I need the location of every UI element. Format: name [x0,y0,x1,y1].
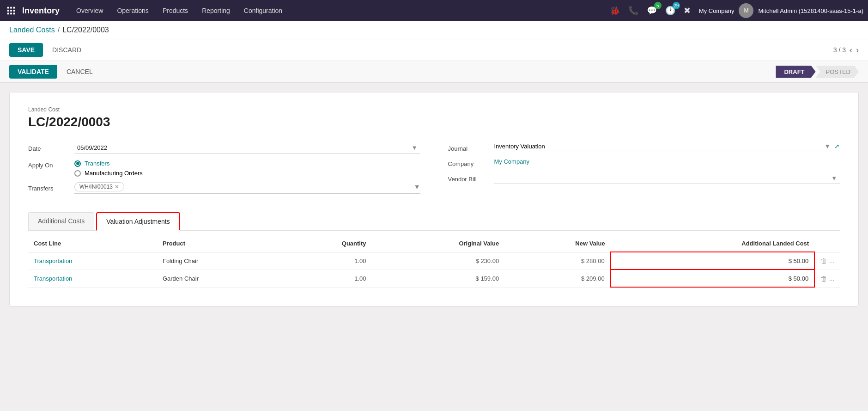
journal-label: Journal [448,142,494,152]
journal-field: Journal Inventory Valuation ▼ ➚ [448,142,840,152]
main-content: Landed Cost LC/2022/0003 Date 05/09/2022… [0,83,868,405]
top-menu: Overview Operations Products Reporting C… [70,4,606,17]
next-button[interactable]: › [856,45,859,55]
apply-on-field: Apply On Transfers Manufacturing Orders [28,159,420,177]
product-cell: Garden Chair [157,270,279,287]
original-value-cell: $ 159.00 [372,270,505,287]
breadcrumb-parent[interactable]: Landed Costs [9,26,55,34]
phone-icon[interactable]: 📞 [626,4,640,18]
valuation-table: Cost Line Product Quantity Original Valu… [28,235,840,288]
transfers-tag: WH/IN/00013 ✕ [74,182,124,191]
journal-dropdown-icon[interactable]: ▼ [824,142,831,150]
company-label: Company [448,158,494,167]
user-avatar[interactable]: M [739,3,753,18]
transfers-input[interactable]: WH/IN/00013 ✕ ▼ [74,182,420,194]
tag-remove-icon[interactable]: ✕ [115,184,119,190]
new-value-cell: $ 209.00 [504,270,610,287]
company-value[interactable]: My Company [494,158,530,165]
tab-valuation-adjustments[interactable]: Valuation Adjustments [96,212,180,231]
pagination: 3 / 3 ‹ › [833,45,859,55]
app-brand: Inventory [22,6,60,16]
manufacturing-orders-radio[interactable]: Manufacturing Orders [74,170,143,177]
chat-icon[interactable]: 💬 5 [645,4,659,18]
action-bar: SAVE DISCARD 3 / 3 ‹ › [0,39,868,61]
col-cost-line: Cost Line [28,235,157,252]
left-column: Date 05/09/2022 ▼ Apply On Transfers [28,142,420,199]
transfers-label: Transfers [28,182,74,192]
menu-reporting[interactable]: Reporting [195,4,237,17]
form-fields: Date 05/09/2022 ▼ Apply On Transfers [28,142,840,199]
date-dropdown-icon[interactable]: ▼ [412,144,418,151]
transfers-radio[interactable]: Transfers [74,160,143,167]
tab-additional-costs[interactable]: Additional Costs [28,212,94,230]
form-card: Landed Cost LC/2022/0003 Date 05/09/2022… [9,92,859,307]
col-quantity: Quantity [279,235,371,252]
row-options-icon[interactable]: ... [829,275,834,282]
clock-icon[interactable]: 🕐 29 [663,4,677,18]
chat-badge: 5 [654,2,662,9]
col-original-value: Original Value [372,235,505,252]
breadcrumb-current: LC/2022/0003 [62,26,109,34]
table-header-row: Cost Line Product Quantity Original Valu… [28,235,840,252]
breadcrumb: Landed Costs / LC/2022/0003 [0,21,868,39]
table-row: Transportation Garden Chair 1.00 $ 159.0… [28,270,840,287]
date-value: 05/09/2022 [77,144,107,151]
additional-landed-cost-cell: $ 50.00 [611,270,815,287]
menu-operations[interactable]: Operations [110,4,155,17]
pagination-label: 3 / 3 [833,46,846,54]
record-type-label: Landed Cost [28,106,840,113]
discard-button[interactable]: DISCARD [48,43,86,57]
col-product: Product [157,235,279,252]
tabs-row: Additional Costs Valuation Adjustments [28,212,840,231]
menu-products[interactable]: Products [156,4,194,17]
transfers-field: Transfers WH/IN/00013 ✕ ▼ [28,182,420,194]
delete-row-icon[interactable]: 🗑 [820,275,827,282]
menu-configuration[interactable]: Configuration [237,4,289,17]
date-label: Date [28,142,74,152]
validate-button[interactable]: VALIDATE [9,65,57,79]
transfers-dropdown-icon[interactable]: ▼ [414,183,420,190]
vendor-bill-label: Vendor Bill [448,173,494,183]
apps-grid-icon[interactable] [5,4,18,17]
save-button[interactable]: SAVE [9,43,43,57]
top-navigation: Inventory Overview Operations Products R… [0,0,868,21]
bug-icon[interactable]: 🐞 [608,4,622,18]
prev-button[interactable]: ‹ [850,45,852,55]
date-field: Date 05/09/2022 ▼ [28,142,420,153]
cost-line-cell[interactable]: Transportation [28,270,157,287]
transfers-option-label: Transfers [85,160,109,167]
settings-icon[interactable]: ✖ [682,4,692,18]
new-value-cell: $ 280.00 [504,252,610,270]
journal-input[interactable]: Inventory Valuation ▼ ➚ [494,142,840,151]
row-options-icon[interactable]: ... [829,258,834,264]
external-link-icon[interactable]: ➚ [834,142,840,150]
company-field: Company My Company [448,158,840,167]
company-name: My Company [699,7,734,14]
col-additional-landed-cost: Additional Landed Cost [611,235,815,252]
product-cell: Folding Chair [157,252,279,270]
clock-badge: 29 [673,2,680,9]
vendor-bill-input[interactable]: ▼ [494,173,840,184]
quantity-cell: 1.00 [279,252,371,270]
menu-overview[interactable]: Overview [70,4,109,17]
breadcrumb-separator: / [58,26,60,34]
status-draft: DRAFT [776,66,815,78]
apply-on-label: Apply On [28,159,74,169]
col-new-value: New Value [504,235,610,252]
journal-value: Inventory Valuation [494,143,825,150]
vendor-bill-field: Vendor Bill ▼ [448,173,840,184]
vendor-bill-dropdown-icon[interactable]: ▼ [831,175,837,182]
right-column: Journal Inventory Valuation ▼ ➚ Company … [448,142,840,199]
transfers-radio-circle [74,160,81,167]
table-row: Transportation Folding Chair 1.00 $ 230.… [28,252,840,270]
apply-on-options: Transfers Manufacturing Orders [74,159,143,177]
delete-row-icon[interactable]: 🗑 [820,257,827,265]
cancel-button[interactable]: CANCEL [62,65,97,79]
original-value-cell: $ 230.00 [372,252,505,270]
username-label: Mitchell Admin (15281400-saas-15-1-a) [758,7,863,14]
quantity-cell: 1.00 [279,270,371,287]
manufacturing-radio-circle [74,170,81,177]
manufacturing-option-label: Manufacturing Orders [85,170,143,177]
status-posted: POSTED [816,66,859,78]
cost-line-cell[interactable]: Transportation [28,252,157,270]
